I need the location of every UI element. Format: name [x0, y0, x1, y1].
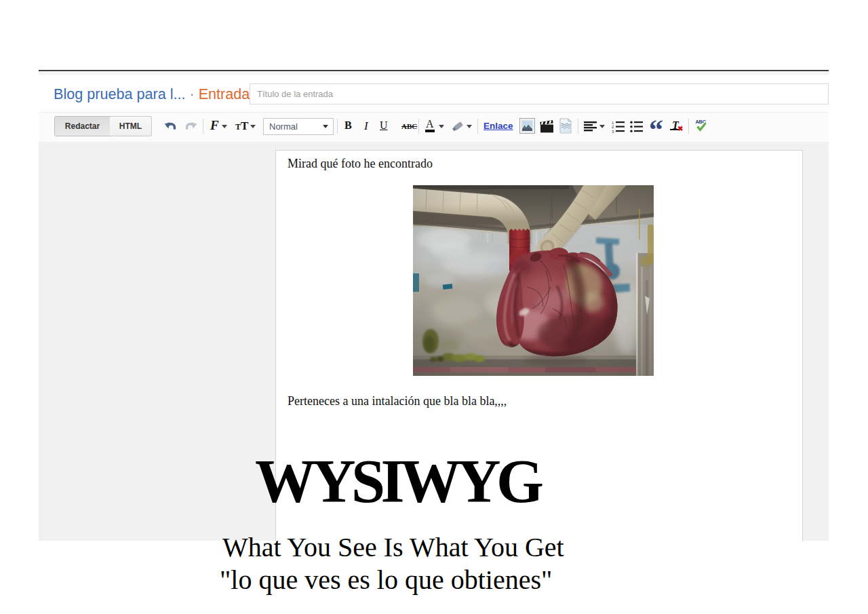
svg-text:1: 1: [612, 121, 614, 125]
svg-text:3: 3: [612, 130, 614, 134]
svg-text:2: 2: [612, 125, 614, 129]
